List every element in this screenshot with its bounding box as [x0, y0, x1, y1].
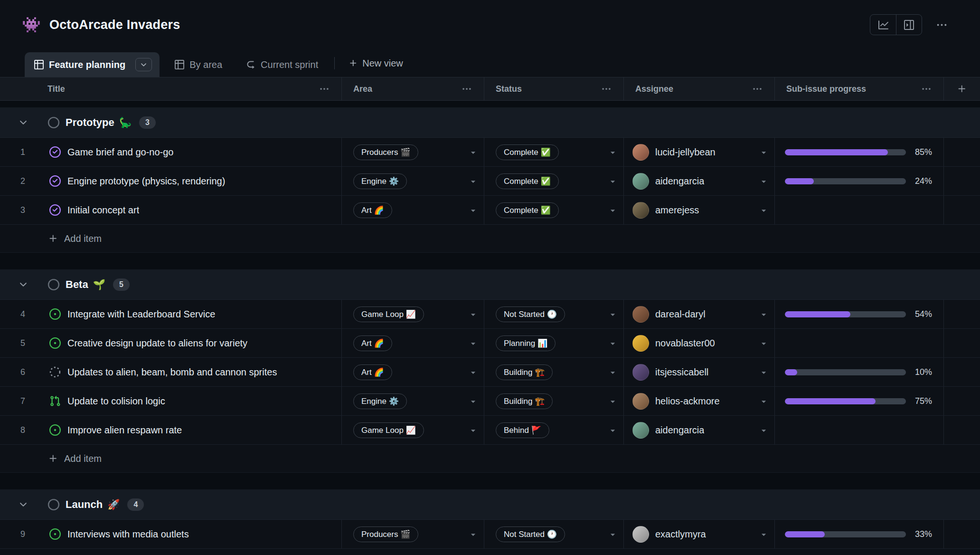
chevron-down-icon	[18, 117, 28, 128]
status-pill[interactable]: Building 🏗️	[496, 393, 553, 409]
title-cell[interactable]: 3 Initial concept art	[0, 196, 342, 224]
status-pill[interactable]: Behind 🚩	[496, 422, 549, 438]
status-cell[interactable]: Behind 🚩	[484, 416, 624, 444]
area-cell[interactable]: Game Loop 📈	[342, 416, 484, 444]
area-pill[interactable]: Art 🌈	[353, 335, 392, 351]
status-cell[interactable]: Planning 📊	[484, 329, 624, 357]
area-cell[interactable]: Engine ⚙️	[342, 167, 484, 195]
table-row[interactable]: 4 Integrate with Leaderboard Service Gam…	[0, 300, 980, 329]
issue-title[interactable]: Updates to alien, beam, bomb and cannon …	[67, 367, 277, 378]
assignee-cell[interactable]: exactlymyra	[624, 520, 775, 548]
assignee-cell[interactable]: amerejess	[624, 196, 775, 224]
status-cell[interactable]: Building 🏗️	[484, 387, 624, 415]
issue-title[interactable]: Integrate with Leaderboard Service	[67, 309, 215, 320]
table-row[interactable]: 5 Creative design update to aliens for v…	[0, 329, 980, 358]
status-cell[interactable]: Not Started 🕐	[484, 520, 624, 548]
column-header-progress[interactable]: Sub-issue progress	[775, 77, 944, 100]
add-item-button[interactable]: Add item	[0, 445, 980, 472]
assignee-cell[interactable]: aidengarcia	[624, 167, 775, 195]
area-cell[interactable]: Game Loop 📈	[342, 300, 484, 328]
status-pill[interactable]: Planning 📊	[496, 335, 556, 351]
column-menu-button[interactable]	[320, 84, 329, 94]
table-row[interactable]: 2 Engine prototype (physics, rendering) …	[0, 167, 980, 196]
column-header-title[interactable]: Title	[0, 77, 342, 100]
area-pill[interactable]: Art 🌈	[353, 202, 392, 218]
status-cell[interactable]: Building 🏗️	[484, 358, 624, 386]
add-column-button[interactable]	[944, 77, 980, 100]
status-cell[interactable]: Complete ✅	[484, 138, 624, 166]
new-view-button[interactable]: New view	[342, 58, 410, 69]
title-cell[interactable]: 8 Improve alien respawn rate	[0, 416, 342, 444]
title-cell[interactable]: 9 Interviews with media outlets	[0, 520, 342, 548]
area-pill[interactable]: Engine ⚙️	[353, 173, 407, 189]
area-cell[interactable]: Engine ⚙️	[342, 387, 484, 415]
column-menu-button[interactable]	[602, 84, 611, 94]
area-pill[interactable]: Producers 🎬	[353, 526, 418, 542]
title-cell[interactable]: 4 Integrate with Leaderboard Service	[0, 300, 342, 328]
table-row[interactable]: 1 Game brief and go-no-go Producers 🎬 Co…	[0, 138, 980, 167]
issue-title[interactable]: Improve alien respawn rate	[67, 425, 182, 436]
title-cell[interactable]: 6 Updates to alien, beam, bomb and canno…	[0, 358, 342, 386]
assignee-cell[interactable]: aidengarcia	[624, 416, 775, 444]
status-cell[interactable]: Complete ✅	[484, 167, 624, 195]
status-pill[interactable]: Not Started 🕐	[496, 306, 565, 322]
table-row[interactable]: 3 Initial concept art Art 🌈 Complete ✅ a…	[0, 196, 980, 225]
tab-feature-planning[interactable]: Feature planning	[25, 52, 160, 77]
assignee-cell[interactable]: itsjessicabell	[624, 358, 775, 386]
collapse-group-button[interactable]	[18, 499, 30, 510]
area-pill[interactable]: Game Loop 📈	[353, 306, 424, 322]
insights-button[interactable]	[870, 15, 896, 35]
area-cell[interactable]: Producers 🎬	[342, 520, 484, 548]
issue-title[interactable]: Game brief and go-no-go	[67, 147, 173, 158]
area-cell[interactable]: Art 🌈	[342, 329, 484, 357]
assignee-cell[interactable]: helios-ackmore	[624, 387, 775, 415]
status-pill[interactable]: Complete ✅	[496, 173, 559, 189]
column-header-status[interactable]: Status	[484, 77, 624, 100]
collapse-group-button[interactable]	[18, 117, 30, 128]
table-row[interactable]: 7 Update to colision logic Engine ⚙️ Bui…	[0, 387, 980, 416]
status-pill[interactable]: Complete ✅	[496, 202, 559, 218]
assignee-cell[interactable]: novablaster00	[624, 329, 775, 357]
tab-by-area[interactable]: By area	[166, 52, 231, 77]
project-menu-button[interactable]	[930, 15, 953, 35]
column-menu-button[interactable]	[922, 84, 931, 94]
area-pill[interactable]: Producers 🎬	[353, 144, 418, 160]
side-panel-button[interactable]	[896, 15, 922, 35]
issue-title[interactable]: Interviews with media outlets	[67, 529, 189, 540]
table-row[interactable]: 8 Improve alien respawn rate Game Loop 📈…	[0, 416, 980, 445]
area-cell[interactable]: Producers 🎬	[342, 138, 484, 166]
status-pill[interactable]: Not Started 🕐	[496, 526, 565, 542]
status-pill[interactable]: Complete ✅	[496, 144, 559, 160]
title-cell[interactable]: 2 Engine prototype (physics, rendering)	[0, 167, 342, 195]
add-item-button[interactable]: Add item	[0, 225, 980, 252]
area-pill[interactable]: Game Loop 📈	[353, 422, 424, 438]
issue-title[interactable]: Engine prototype (physics, rendering)	[67, 176, 225, 187]
table-row[interactable]: 9 Interviews with media outlets Producer…	[0, 520, 980, 549]
title-cell[interactable]: 7 Update to colision logic	[0, 387, 342, 415]
area-pill[interactable]: Engine ⚙️	[353, 393, 407, 409]
issue-title[interactable]: Creative design update to aliens for var…	[67, 338, 247, 349]
issue-title[interactable]: Initial concept art	[67, 205, 139, 216]
tab-current-sprint[interactable]: Current sprint	[237, 52, 327, 77]
avatar	[632, 306, 649, 323]
area-cell[interactable]: Art 🌈	[342, 196, 484, 224]
title-cell[interactable]: 1 Game brief and go-no-go	[0, 138, 342, 166]
status-cell[interactable]: Not Started 🕐	[484, 300, 624, 328]
table-row[interactable]: 6 Updates to alien, beam, bomb and canno…	[0, 358, 980, 387]
assignee-cell[interactable]: dareal-daryl	[624, 300, 775, 328]
column-menu-button[interactable]	[462, 84, 471, 94]
collapse-group-button[interactable]	[18, 279, 30, 290]
column-header-assignee[interactable]: Assignee	[624, 77, 775, 100]
column-menu-button[interactable]	[753, 84, 762, 94]
column-header-area[interactable]: Area	[342, 77, 484, 100]
issue-title[interactable]: Update to colision logic	[67, 396, 165, 407]
area-cell[interactable]: Art 🌈	[342, 358, 484, 386]
title-cell[interactable]: 5 Creative design update to aliens for v…	[0, 329, 342, 357]
add-item-button[interactable]: Add item	[0, 549, 980, 555]
row-number: 4	[9, 309, 36, 319]
status-cell[interactable]: Complete ✅	[484, 196, 624, 224]
status-pill[interactable]: Building 🏗️	[496, 364, 553, 380]
assignee-cell[interactable]: lucid-jellybean	[624, 138, 775, 166]
view-options-button[interactable]	[135, 58, 152, 71]
area-pill[interactable]: Art 🌈	[353, 364, 392, 380]
